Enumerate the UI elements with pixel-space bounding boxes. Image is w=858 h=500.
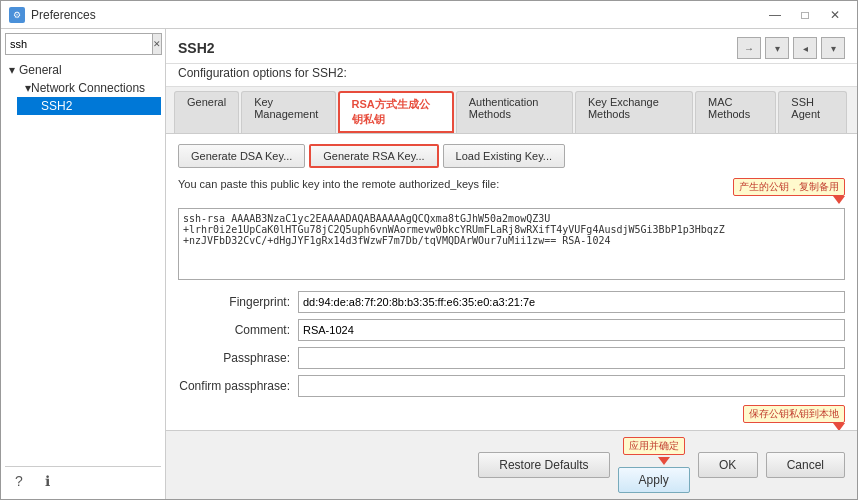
cancel-button[interactable]: Cancel [766, 452, 845, 478]
sidebar-item-ssh2[interactable]: SSH2 [17, 97, 161, 115]
info-icon[interactable]: ℹ [37, 471, 57, 491]
public-key-area: ssh-rsa AAAAB3NzaC1yc2EAAAADAQABAAAAAgQC… [178, 208, 845, 283]
sidebar-group-general: ▾Network Connections SSH2 [5, 79, 161, 115]
sidebar: ✕ ▾General ▾Network Connections SSH2 ? ℹ [1, 29, 166, 499]
save-private-annotation: 保存公钥私钥到本地 [743, 405, 845, 423]
sidebar-bottom: ? ℹ [5, 466, 161, 495]
search-clear-button[interactable]: ✕ [153, 33, 162, 55]
tab-ssh-agent[interactable]: SSH Agent [778, 91, 847, 133]
public-key-label: You can paste this public key into the r… [178, 178, 499, 190]
apply-annotation: 应用并确定 [623, 437, 685, 455]
load-existing-button[interactable]: Load Existing Key... [443, 144, 565, 168]
comment-label: Comment: [178, 323, 298, 337]
confirm-passphrase-row: Confirm passphrase: [178, 375, 845, 397]
sidebar-item-network-connections[interactable]: ▾Network Connections [17, 79, 161, 97]
sidebar-item-general[interactable]: ▾General [5, 61, 161, 79]
nav-dropdown-button[interactable]: ▾ [765, 37, 789, 59]
ok-button[interactable]: OK [698, 452, 758, 478]
search-input[interactable] [5, 33, 153, 55]
restore-defaults-button[interactable]: Restore Defaults [478, 452, 609, 478]
comment-row: Comment: [178, 319, 845, 341]
bottom-bar: Restore Defaults 应用并确定 Apply OK Cancel [166, 430, 857, 499]
apply-button[interactable]: Apply [618, 467, 690, 493]
action-buttons: 保存公钥私钥到本地 Export Via SFTP... Save Privat… [178, 405, 845, 430]
panel-title: SSH2 [178, 40, 215, 56]
apply-annotation-arrow [658, 457, 670, 465]
close-button[interactable]: ✕ [821, 5, 849, 25]
generate-rsa-button[interactable]: Generate RSA Key... [309, 144, 438, 168]
fingerprint-label: Fingerprint: [178, 295, 298, 309]
main-content: ✕ ▾General ▾Network Connections SSH2 ? ℹ [1, 29, 857, 499]
passphrase-row: Passphrase: [178, 347, 845, 369]
tab-general[interactable]: General [174, 91, 239, 133]
panel-header-controls: → ▾ ◂ ▾ [737, 37, 845, 59]
tab-mac-methods[interactable]: MAC Methods [695, 91, 776, 133]
key-buttons-row: Generate DSA Key... Generate RSA Key... … [178, 144, 845, 168]
title-bar: ⚙ Preferences — □ ✕ [1, 1, 857, 29]
tab-auth-methods[interactable]: Authentication Methods [456, 91, 573, 133]
tab-rsa[interactable]: RSA方式生成公钥私钥 [338, 91, 454, 133]
fingerprint-input[interactable] [298, 291, 845, 313]
nav-back-button[interactable]: ◂ [793, 37, 817, 59]
comment-input[interactable] [298, 319, 845, 341]
generate-dsa-button[interactable]: Generate DSA Key... [178, 144, 305, 168]
panel-subtitle: Configuration options for SSH2: [166, 64, 857, 87]
minimize-button[interactable]: — [761, 5, 789, 25]
help-icon[interactable]: ? [9, 471, 29, 491]
nav-menu-button[interactable]: ▾ [821, 37, 845, 59]
public-key-annotation: 产生的公钥，复制备用 [733, 178, 845, 196]
passphrase-label: Passphrase: [178, 351, 298, 365]
nav-forward-button[interactable]: → [737, 37, 761, 59]
maximize-button[interactable]: □ [791, 5, 819, 25]
public-key-textarea[interactable]: ssh-rsa AAAAB3NzaC1yc2EAAAADAQABAAAAAgQC… [178, 208, 845, 280]
tab-key-management[interactable]: Key Management [241, 91, 335, 133]
window-controls: — □ ✕ [761, 5, 849, 25]
save-annotation-arrow [833, 423, 845, 430]
tab-key-exchange[interactable]: Key Exchange Methods [575, 91, 693, 133]
panel-header: SSH2 → ▾ ◂ ▾ [166, 29, 857, 64]
fingerprint-row: Fingerprint: [178, 291, 845, 313]
app-icon: ⚙ [9, 7, 25, 23]
content-area: Generate DSA Key... Generate RSA Key... … [166, 134, 857, 430]
tab-bar: General Key Management RSA方式生成公钥私钥 Authe… [166, 87, 857, 134]
window-title: Preferences [31, 8, 761, 22]
confirm-passphrase-label: Confirm passphrase: [178, 379, 298, 393]
right-panel: SSH2 → ▾ ◂ ▾ Configuration options for S… [166, 29, 857, 499]
search-bar: ✕ [5, 33, 161, 55]
confirm-passphrase-input[interactable] [298, 375, 845, 397]
preferences-window: ⚙ Preferences — □ ✕ ✕ ▾General ▾Network … [0, 0, 858, 500]
annotation-arrow [833, 196, 845, 204]
passphrase-input[interactable] [298, 347, 845, 369]
